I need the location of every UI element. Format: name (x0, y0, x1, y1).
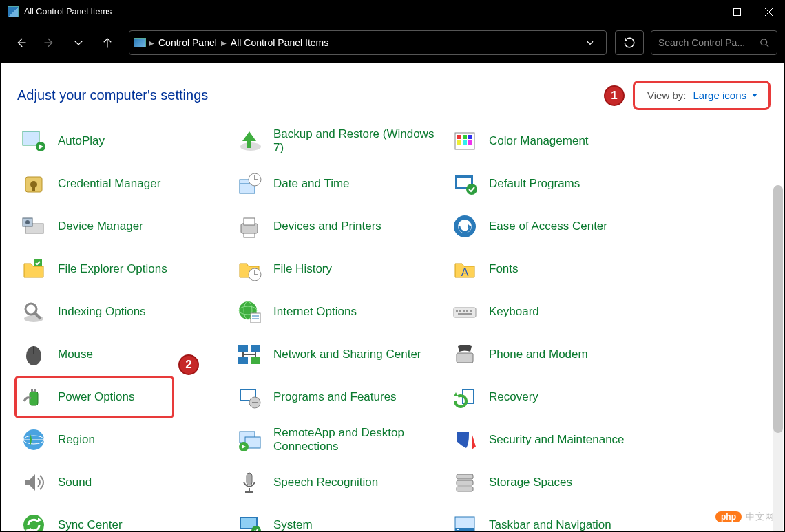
cpl-item-label: Network and Sharing Center (273, 348, 421, 361)
svg-rect-22 (32, 184, 35, 191)
cpl-item-label: Keyboard (489, 305, 539, 319)
svg-rect-93 (457, 474, 473, 479)
cpl-item-credential[interactable]: Credential Manager (14, 162, 230, 205)
cpl-item-datetime[interactable]: Date and Time (230, 162, 446, 205)
cpl-item-speech[interactable]: Speech Recognition (230, 461, 446, 504)
cpl-item-default-programs[interactable]: Default Programs (446, 162, 784, 205)
view-by-value: Large icons (693, 89, 757, 101)
keyboard-icon (450, 297, 479, 326)
svg-rect-36 (244, 233, 255, 237)
cpl-item-programs-features[interactable]: Programs and Features (230, 376, 446, 418)
cpl-item-label: Ease of Access Center (489, 220, 607, 233)
view-by-selector[interactable]: View by: Large icons (633, 81, 771, 110)
svg-rect-14 (457, 135, 461, 139)
cpl-item-label: Backup and Restore (Windows 7) (273, 127, 439, 154)
cpl-item-ease-of-access[interactable]: Ease of Access Center (446, 205, 784, 248)
cpl-item-label: Programs and Features (273, 390, 397, 404)
cpl-item-color-mgmt[interactable]: Color Management (446, 120, 784, 162)
cpl-item-sync-center[interactable]: Sync Center (14, 504, 230, 531)
mouse-icon (19, 340, 48, 369)
cpl-item-label: Default Programs (489, 177, 580, 191)
annotation-callout-2: 2 (178, 354, 199, 375)
cpl-item-label: Sync Center (58, 518, 123, 531)
cpl-item-power-options[interactable]: Power Options (14, 376, 174, 418)
device-manager-icon (19, 212, 48, 241)
cpl-item-label: Speech Recognition (273, 476, 378, 489)
svg-rect-56 (459, 310, 461, 312)
svg-rect-54 (454, 308, 476, 317)
svg-text:A: A (461, 266, 469, 278)
control-panel-window: All Control Panel Items ▶ Control Panel … (0, 0, 785, 532)
svg-rect-90 (247, 473, 252, 485)
file-history-icon (235, 255, 264, 284)
chevron-right-icon[interactable]: ▶ (149, 39, 154, 47)
security-maintenance-icon (450, 425, 479, 454)
svg-rect-16 (468, 135, 472, 139)
svg-rect-55 (456, 310, 458, 312)
svg-line-8 (766, 44, 768, 47)
cpl-item-sound[interactable]: Sound (14, 461, 230, 504)
fonts-icon: A (450, 255, 479, 284)
devices-printers-icon (235, 212, 264, 241)
chevron-right-icon[interactable]: ▶ (221, 39, 227, 47)
cpl-item-network-sharing[interactable]: Network and Sharing Center (230, 333, 446, 376)
cpl-item-security-maintenance[interactable]: Security and Maintenance (446, 418, 784, 461)
breadcrumb-all-items[interactable]: All Control Panel Items (227, 37, 333, 48)
svg-rect-94 (457, 480, 473, 485)
cpl-item-label: Internet Options (273, 305, 357, 319)
cpl-item-autoplay[interactable]: AutoPlay (14, 120, 230, 162)
cpl-item-phone-modem[interactable]: Phone and Modem (446, 333, 784, 376)
credential-icon (19, 169, 48, 198)
cpl-item-file-explorer-options[interactable]: File Explorer Options (14, 248, 230, 290)
cpl-item-device-manager[interactable]: Device Manager (14, 205, 230, 248)
cpl-item-label: Color Management (489, 134, 589, 148)
autoplay-icon (19, 127, 48, 156)
cpl-item-internet-options[interactable]: Internet Options (230, 290, 446, 333)
svg-marker-81 (454, 392, 458, 396)
indexing-icon (19, 297, 48, 326)
up-button[interactable] (94, 30, 121, 56)
cpl-item-file-history[interactable]: File History (230, 248, 446, 290)
forward-button[interactable] (36, 30, 63, 56)
cpl-item-label: Fonts (489, 262, 519, 276)
chevron-down-icon[interactable] (585, 38, 595, 47)
back-button[interactable] (8, 30, 34, 56)
cpl-item-backup[interactable]: Backup and Restore (Windows 7) (230, 120, 446, 162)
breadcrumb-control-panel[interactable]: Control Panel (154, 37, 221, 48)
cpl-item-storage-spaces[interactable]: Storage Spaces (446, 461, 784, 504)
search-placeholder: Search Control Pa... (658, 37, 745, 48)
scrollbar-thumb[interactable] (773, 185, 783, 433)
color-mgmt-icon (450, 127, 479, 156)
svg-rect-1 (733, 8, 740, 15)
search-input[interactable]: Search Control Pa... (651, 30, 777, 55)
svg-rect-19 (468, 140, 472, 145)
sound-icon (19, 468, 48, 497)
svg-rect-78 (252, 402, 258, 403)
content-area: Adjust your computer's settings 1 View b… (1, 63, 784, 531)
svg-rect-60 (458, 313, 472, 315)
cpl-item-region[interactable]: Region (14, 418, 230, 461)
cpl-item-label: Device Manager (58, 220, 143, 233)
cpl-item-keyboard[interactable]: Keyboard (446, 290, 784, 333)
cpl-item-indexing[interactable]: Indexing Options (14, 290, 230, 333)
cpl-item-label: Security and Maintenance (489, 433, 625, 447)
svg-point-30 (466, 184, 477, 195)
cpl-item-label: System (273, 518, 313, 531)
cpl-item-fonts[interactable]: AFonts (446, 248, 784, 290)
maximize-button[interactable] (721, 1, 753, 23)
close-button[interactable] (753, 1, 784, 23)
svg-rect-18 (463, 140, 467, 145)
cpl-item-system[interactable]: System (230, 504, 446, 531)
svg-rect-73 (31, 389, 33, 392)
watermark: php 中文网 (715, 511, 775, 523)
cpl-item-label: Credential Manager (58, 177, 160, 191)
recent-locations-button[interactable] (65, 30, 92, 56)
cpl-item-recovery[interactable]: Recovery (446, 376, 784, 418)
refresh-button[interactable] (615, 30, 644, 55)
cpl-item-remoteapp[interactable]: RemoteApp and Desktop Connections (230, 418, 446, 461)
minimize-button[interactable] (689, 1, 721, 23)
address-bar[interactable]: ▶ Control Panel ▶ All Control Panel Item… (129, 30, 607, 55)
power-options-icon (19, 383, 48, 412)
cpl-item-devices-printers[interactable]: Devices and Printers (230, 205, 446, 248)
svg-point-46 (25, 304, 36, 315)
